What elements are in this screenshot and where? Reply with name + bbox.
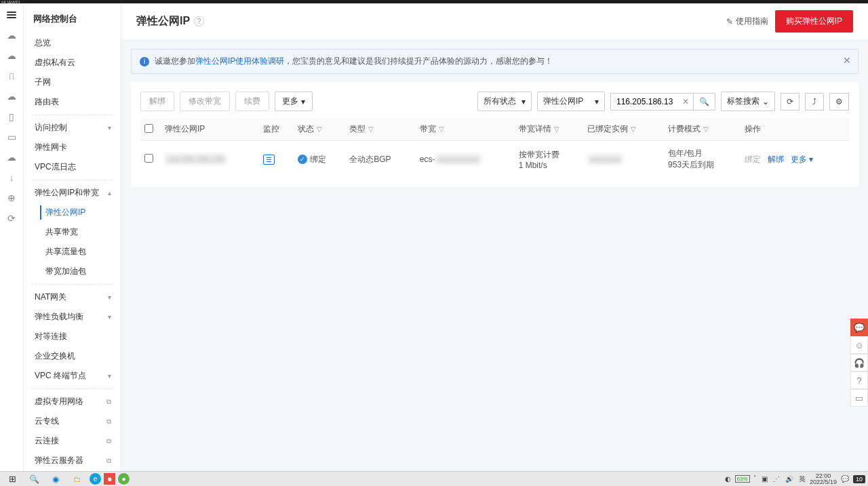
refresh-icon: ⟳	[787, 97, 793, 106]
app-icon-blue[interactable]: e	[90, 473, 101, 485]
help-icon[interactable]: ?	[194, 16, 204, 26]
sidebar-item-nat[interactable]: NAT网关▾	[24, 287, 121, 307]
server-icon[interactable]: ⎍	[5, 70, 18, 82]
ime-indicator[interactable]: 英	[797, 474, 807, 484]
refresh-button[interactable]: ⟳	[781, 93, 800, 110]
edit-icon: ✎	[726, 17, 733, 26]
tablet-icon[interactable]: ▭	[5, 131, 18, 143]
guide-link[interactable]: ✎使用指南	[726, 16, 768, 27]
mobile-icon[interactable]: ▯	[5, 110, 18, 123]
filter-icon[interactable]: ▽	[368, 125, 374, 133]
clear-search-icon[interactable]: ✕	[678, 93, 693, 110]
col-type[interactable]: 类型▽	[345, 118, 416, 141]
sidebar-item-vpc[interactable]: 虚拟私有云	[24, 53, 121, 73]
start-button[interactable]: ⊞	[3, 473, 22, 485]
page-title: 弹性公网IP?	[136, 14, 204, 28]
col-status[interactable]: 状态▽	[294, 118, 345, 141]
search-button[interactable]: 🔍	[693, 93, 715, 110]
sidebar-item-nic[interactable]: 弹性网卡	[24, 138, 121, 157]
renew-button[interactable]: 续费	[235, 92, 269, 111]
taskbar-clock[interactable]: 22:002022/5/19	[810, 473, 837, 485]
doc-icon[interactable]: ▭	[850, 389, 868, 407]
sidebar-item-acl[interactable]: 访问控制▾	[24, 118, 121, 138]
sidebar-item-bw-addon[interactable]: 带宽加油包	[45, 262, 121, 281]
col-bw[interactable]: 带宽▽	[416, 118, 515, 141]
cloud-icon[interactable]: ☁	[5, 29, 18, 41]
sidebar-item-switch[interactable]: 企业交换机	[24, 346, 121, 366]
sidebar-item-shared-pkg[interactable]: 共享流量包	[45, 242, 121, 262]
filter-icon[interactable]: ▽	[317, 125, 322, 133]
export-button[interactable]: ⤴	[805, 93, 824, 110]
buy-eip-button[interactable]: 购买弹性公网IP	[775, 10, 853, 33]
notification-count[interactable]: 10	[853, 475, 865, 483]
unbind-button[interactable]: 解绑	[140, 92, 174, 111]
col-bw-detail[interactable]: 带宽详情▽	[515, 118, 584, 141]
sidebar-item-peering[interactable]: 对等连接	[24, 327, 121, 346]
more-dropdown[interactable]: 更多▾	[275, 92, 313, 111]
select-all-checkbox[interactable]	[144, 124, 153, 133]
row-checkbox[interactable]	[144, 154, 153, 163]
op-unbind[interactable]: 解绑	[768, 155, 784, 164]
help-float-icon[interactable]: ?	[850, 371, 868, 389]
sidebar-item-flowlog[interactable]: VPC流日志	[24, 157, 121, 177]
search-input[interactable]	[610, 93, 678, 110]
col-eip[interactable]: 弹性公网IP	[161, 118, 259, 141]
filter-icon[interactable]: ▽	[554, 125, 559, 133]
modify-bandwidth-button[interactable]: 修改带宽	[180, 92, 230, 111]
filter-icon[interactable]: ▽	[439, 125, 444, 133]
op-more[interactable]: 更多▾	[791, 154, 813, 165]
explorer-icon[interactable]: 🗀	[68, 473, 87, 485]
sidebar-item-vpcep[interactable]: VPC 终端节点▾	[24, 366, 121, 386]
feedback-icon[interactable]: 💬	[850, 319, 868, 336]
app-icon-red[interactable]: ■	[104, 473, 115, 485]
col-monitor: 监控	[259, 118, 294, 141]
monitor-icon[interactable]: ☰	[263, 155, 275, 165]
tray-icon[interactable]: ◐	[724, 475, 732, 483]
cloud-icon-4[interactable]: ☁	[5, 151, 18, 163]
close-notice-icon[interactable]: ✕	[843, 55, 851, 66]
filter-icon[interactable]: ▽	[703, 125, 709, 133]
survey-link[interactable]: 弹性公网IP使用体验调研	[195, 56, 284, 66]
sidebar-item-overview[interactable]: 总览	[24, 33, 121, 53]
sidebar-item-elb[interactable]: 弹性负载均衡▾	[24, 307, 121, 327]
cloud-icon-3[interactable]: ☁	[5, 90, 18, 102]
sidebar-item-eip-group[interactable]: 弹性公网IP和带宽▴	[24, 183, 121, 203]
op-bind: 绑定	[745, 155, 761, 164]
external-link-icon: ⧉	[106, 398, 111, 406]
status-filter-select[interactable]: 所有状态▾	[477, 92, 532, 111]
tag-search-select[interactable]: 标签搜索⌄	[721, 92, 775, 111]
tray-up-icon[interactable]: ˆ	[753, 475, 757, 483]
cloud-icon-2[interactable]: ☁	[5, 49, 18, 62]
sidebar-item-shared-bw[interactable]: 共享带宽	[45, 222, 121, 242]
external-link-icon: ⧉	[106, 437, 111, 445]
type-filter-select[interactable]: 弹性公网IP▾	[537, 92, 605, 111]
battery-icon[interactable]: 63%	[735, 475, 750, 483]
sidebar-item-subnet[interactable]: 子网	[24, 73, 121, 92]
edge-icon[interactable]: ◉	[46, 473, 65, 485]
filter-icon[interactable]: ▽	[631, 125, 636, 133]
refresh-icon[interactable]: ⟳	[5, 212, 18, 224]
sidebar-item-ecs[interactable]: 弹性云服务器⧉	[24, 451, 121, 470]
smile-icon[interactable]: ☺	[850, 336, 868, 354]
main-content: 弹性公网IP? ✎使用指南 购买弹性公网IP i 诚邀您参加弹性公网IP使用体验…	[121, 3, 868, 471]
sidebar-item-cc[interactable]: 云连接⧉	[24, 431, 121, 451]
app-icon-green[interactable]: ●	[118, 473, 130, 485]
sidebar-item-dc[interactable]: 云专线⧉	[24, 411, 121, 431]
globe-icon[interactable]: ⊕	[5, 192, 18, 204]
search-taskbar-icon[interactable]: 🔍	[24, 473, 43, 485]
download-icon[interactable]: ↓	[5, 171, 18, 184]
sidebar-item-dvpn[interactable]: 虚拟专用网络⧉	[24, 392, 121, 411]
wifi-icon[interactable]: ⋰	[772, 475, 781, 483]
settings-button[interactable]: ⚙	[829, 93, 849, 110]
volume-icon[interactable]: 🔊	[784, 475, 795, 483]
col-bound[interactable]: 已绑定实例▽	[583, 118, 664, 141]
sidebar-item-eip[interactable]: 弹性公网IP	[45, 203, 121, 222]
bound-icon: ✓	[298, 155, 307, 164]
eip-value[interactable]: 116.205.186.136	[165, 154, 226, 165]
sidebar-item-route[interactable]: 路由表	[24, 92, 121, 112]
chat-tray-icon[interactable]: 💬	[840, 475, 850, 483]
menu-icon[interactable]	[5, 9, 18, 21]
col-billing[interactable]: 计费模式▽	[664, 118, 741, 141]
headset-icon[interactable]: 🎧	[850, 354, 868, 371]
tray-monitor-icon[interactable]: ▣	[760, 475, 769, 483]
